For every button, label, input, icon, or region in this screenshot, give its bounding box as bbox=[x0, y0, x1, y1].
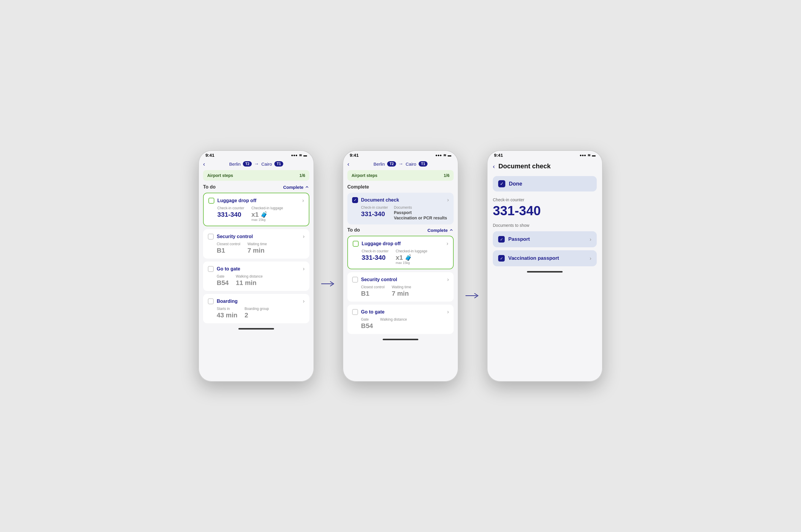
gate-walk-value-1: 11 min bbox=[236, 279, 263, 287]
vaccination-checkbox-3[interactable]: ✓ bbox=[498, 255, 505, 262]
boarding-card-1[interactable]: Boarding › Starts in 43 min Boarding gro… bbox=[203, 294, 309, 323]
doc-docs-label-2: Documents bbox=[394, 206, 447, 210]
back-button-3[interactable]: ‹ bbox=[493, 163, 495, 170]
passport-card-3[interactable]: ✓ Passport › bbox=[493, 231, 597, 247]
city-to-1: Cairo bbox=[261, 162, 272, 167]
doc-check-details-2: Check-in counter 331-340 Documents Passp… bbox=[352, 206, 449, 220]
gate-checkbox-1[interactable] bbox=[208, 266, 214, 272]
luggage-counter-value-2: 331-340 bbox=[362, 254, 388, 262]
gate-walk-group-2: Walking distance bbox=[380, 317, 407, 330]
gate-gate-value-2: B54 bbox=[361, 322, 373, 330]
security-card-2[interactable]: Security control › Closest control B1 Wa… bbox=[347, 272, 454, 302]
time-1: 9:41 bbox=[206, 153, 214, 158]
back-button-1[interactable]: ‹ bbox=[203, 160, 205, 168]
luggage-card-1[interactable]: Luggage drop off › Check-in counter 331-… bbox=[203, 193, 309, 226]
time-3: 9:41 bbox=[494, 153, 503, 158]
boarding-group-label-1: Boarding group bbox=[245, 307, 269, 311]
luggage-checkbox-1[interactable] bbox=[208, 198, 214, 204]
security-card-1[interactable]: Security control › Closest control B1 Wa… bbox=[203, 229, 309, 259]
gate-checkbox-2[interactable] bbox=[352, 309, 358, 315]
gate-card-2[interactable]: Go to gate › Gate B54 Walking distance bbox=[347, 305, 454, 334]
luggage-bag-group-1: Checked-in luggage x1 🧳 max 15kg bbox=[251, 206, 283, 222]
complete-section-2: Complete bbox=[347, 184, 454, 190]
passport-name-3: Passport bbox=[508, 236, 530, 242]
status-icons-2: ●●● ≋ ▬ bbox=[435, 153, 451, 157]
luggage-bag-icon-2: 🧳 bbox=[405, 254, 412, 261]
status-bar-2: 9:41 ●●● ≋ ▬ bbox=[343, 150, 458, 159]
steps-label-2: Airport steps bbox=[351, 173, 377, 178]
gate-chevron-2: › bbox=[447, 309, 449, 315]
wifi-icon-2: ≋ bbox=[443, 153, 446, 157]
passport-checkbox-3[interactable]: ✓ bbox=[498, 236, 505, 243]
doc-check-checkbox-2[interactable]: ✓ bbox=[352, 197, 358, 203]
nav-arrow-1: → bbox=[254, 161, 259, 167]
doc-check-page-title: Document check bbox=[498, 163, 551, 170]
vaccination-card-3[interactable]: ✓ Vaccination passport › bbox=[493, 250, 597, 266]
gate-header-2: Go to gate › bbox=[352, 309, 449, 315]
security-title-row-1: Security control bbox=[208, 234, 253, 240]
complete-button-1[interactable]: Complete bbox=[283, 185, 309, 190]
security-title-2: Security control bbox=[361, 277, 397, 282]
luggage-card-2[interactable]: Luggage drop off › Check-in counter 331-… bbox=[347, 236, 454, 269]
arrow-connector-1 bbox=[321, 280, 336, 287]
luggage-title-2: Luggage drop off bbox=[362, 241, 401, 246]
security-title-row-2: Security control bbox=[352, 277, 397, 283]
security-control-group-1: Closest control B1 bbox=[217, 242, 240, 254]
done-row-3: ✓ Done bbox=[493, 176, 597, 191]
luggage-counter-label-1: Check-in counter bbox=[217, 206, 244, 210]
steps-banner-1: Airport steps 1/6 bbox=[203, 170, 309, 181]
luggage-chevron-2: › bbox=[446, 241, 448, 247]
security-checkbox-1[interactable] bbox=[208, 234, 214, 240]
security-header-2: Security control › bbox=[352, 277, 449, 283]
screen3-content: ✓ Done Check-in counter 331-340 Document… bbox=[487, 176, 603, 266]
section-header-1: To do Complete bbox=[203, 184, 309, 190]
boarding-starts-value-1: 43 min bbox=[217, 311, 237, 319]
boarding-checkbox-1[interactable] bbox=[208, 298, 214, 304]
luggage-counter-label-2: Check-in counter bbox=[362, 249, 388, 253]
gate-gate-group-1: Gate B54 bbox=[217, 274, 229, 287]
luggage-count-1: x1 bbox=[251, 211, 259, 218]
doc-check-card-2[interactable]: ✓ Document check › Check-in counter 331-… bbox=[347, 193, 454, 225]
gate-walk-label-1: Walking distance bbox=[236, 274, 263, 279]
security-control-value-1: B1 bbox=[217, 247, 240, 254]
passport-chevron-3: › bbox=[590, 236, 591, 243]
gate-card-1[interactable]: Go to gate › Gate B54 Walking distance 1… bbox=[203, 262, 309, 291]
screen1-content: Airport steps 1/6 To do Complete Luggage… bbox=[198, 170, 314, 323]
back-button-2[interactable]: ‹ bbox=[347, 160, 349, 168]
doc-vaccination-2: Vaccination or PCR results bbox=[394, 215, 447, 220]
complete-button-2[interactable]: Complete bbox=[427, 228, 454, 233]
luggage-bag-label-2: Checked-in luggage bbox=[396, 249, 427, 253]
nav-bar-2: ‹ Berlin T2 → Cairo T1 bbox=[343, 159, 458, 169]
security-wait-group-2: Waiting time 7 min bbox=[392, 285, 411, 298]
security-details-1: Closest control B1 Waiting time 7 min bbox=[208, 242, 305, 254]
time-2: 9:41 bbox=[350, 153, 359, 158]
luggage-row-2: x1 🧳 bbox=[396, 254, 427, 262]
done-label-3: Done bbox=[509, 181, 522, 187]
gate-gate-value-1: B54 bbox=[217, 279, 229, 287]
luggage-checkbox-2[interactable] bbox=[353, 241, 359, 247]
nav-title-2: Berlin T2 → Cairo T1 bbox=[374, 161, 427, 167]
security-checkbox-2[interactable] bbox=[352, 277, 358, 283]
nav-title-1: Berlin T2 → Cairo T1 bbox=[229, 161, 283, 167]
gate-title-row-2: Go to gate bbox=[352, 309, 384, 315]
security-chevron-1: › bbox=[303, 233, 305, 240]
gate-card-header-1: Go to gate › bbox=[208, 266, 305, 272]
security-wait-value-1: 7 min bbox=[247, 247, 267, 254]
boarding-starts-group-1: Starts in 43 min bbox=[217, 307, 237, 319]
nav-bar-1: ‹ Berlin T2 → Cairo T1 bbox=[198, 159, 314, 169]
gate-details-2: Gate B54 Walking distance bbox=[352, 317, 449, 330]
done-checkbox-3[interactable]: ✓ bbox=[498, 180, 505, 187]
luggage-chevron-1: › bbox=[302, 197, 304, 204]
luggage-counter-group-2: Check-in counter 331-340 bbox=[362, 249, 388, 265]
security-control-value-2: B1 bbox=[361, 290, 384, 298]
battery-icon-3: ▬ bbox=[592, 153, 595, 157]
counter-value-3: 331-340 bbox=[493, 203, 597, 218]
gate-details-1: Gate B54 Walking distance 11 min bbox=[208, 274, 305, 287]
gate-gate-label-1: Gate bbox=[217, 274, 229, 279]
counter-label-3: Check-in counter bbox=[493, 197, 597, 202]
screens-container: 9:41 ●●● ≋ ▬ ‹ Berlin T2 → Cairo T1 Airp… bbox=[198, 150, 603, 382]
doc-counter-label-2: Check-in counter bbox=[361, 206, 388, 210]
doc-docs-group-2: Documents Passport Vaccination or PCR re… bbox=[394, 206, 447, 220]
city-to-2: Cairo bbox=[405, 162, 416, 167]
battery-icon-1: ▬ bbox=[303, 153, 307, 157]
